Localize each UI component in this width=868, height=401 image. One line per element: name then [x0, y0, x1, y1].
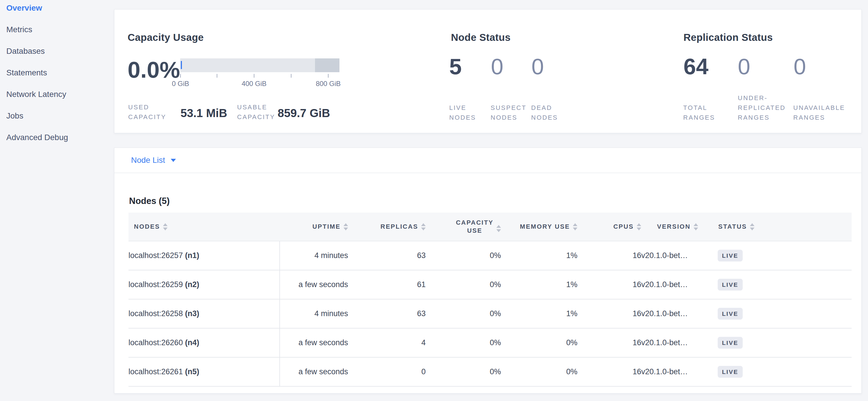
sort-icon [163, 223, 167, 230]
sort-icon [343, 223, 348, 230]
dead-nodes-count: 0 [531, 54, 544, 79]
used-capacity-value: 53.1 MiB [181, 106, 227, 120]
node-address[interactable]: localhost:26261 (n5) [128, 357, 280, 386]
node-uptime: a few seconds [280, 270, 348, 299]
node-version: v20.1.0-bet… [641, 299, 718, 328]
column-header-capacity-use[interactable]: CAPACITYUSE [426, 212, 501, 241]
capacity-bar [180, 58, 339, 72]
node-replicas: 0 [348, 357, 426, 386]
node-cpus: 16 [578, 328, 641, 357]
table-row-node-2[interactable]: localhost:26259 (n2) a few seconds 61 0%… [128, 270, 851, 299]
node-replicas: 63 [348, 241, 426, 270]
axis-label-800gib: 800 GiB [316, 80, 341, 88]
replication-status-title: Replication Status [683, 32, 773, 43]
node-address[interactable]: localhost:26259 (n2) [128, 270, 280, 299]
sort-icon [693, 223, 698, 230]
capacity-axis-ticks [180, 74, 339, 78]
under-replicated-ranges-count: 0 [738, 54, 750, 79]
node-id: (n1) [185, 251, 199, 260]
table-row-node-4[interactable]: localhost:26260 (n4) a few seconds 4 0% … [128, 328, 851, 357]
sort-icon [750, 223, 754, 230]
column-header-status[interactable]: STATUS [718, 212, 851, 241]
column-header-memory-use[interactable]: MEMORY USE [501, 212, 578, 241]
sidebar-item-statements[interactable]: Statements [0, 62, 114, 83]
sidebar-item-metrics[interactable]: Metrics [0, 19, 114, 40]
node-id: (n2) [185, 280, 199, 289]
status-badge: LIVE [718, 279, 743, 290]
node-capacity-use: 0% [426, 299, 501, 328]
column-header-cpus[interactable]: CPUS [578, 212, 641, 241]
unavailable-ranges-count: 0 [794, 54, 806, 79]
node-version: v20.1.0-bet… [641, 328, 718, 357]
status-badge: LIVE [718, 250, 743, 261]
node-memory-use: 1% [501, 299, 578, 328]
node-replicas: 63 [348, 299, 426, 328]
node-address[interactable]: localhost:26258 (n3) [128, 299, 280, 328]
node-status-cell: LIVE [718, 328, 851, 357]
sidebar-item-network-latency[interactable]: Network Latency [0, 83, 114, 105]
capacity-used-percent: 0.0% [128, 58, 180, 82]
node-cpus: 16 [578, 241, 641, 270]
nodes-table-header-row: NODES UPTIME REPLICAS CAPACITYUSE [128, 212, 851, 241]
node-memory-use: 1% [501, 241, 578, 270]
live-nodes-label: LIVE NODES [449, 103, 476, 122]
sort-icon [573, 223, 578, 230]
status-badge: LIVE [718, 366, 743, 378]
node-capacity-use: 0% [426, 270, 501, 299]
node-address[interactable]: localhost:26260 (n4) [128, 328, 280, 357]
unavailable-ranges-label: UNAVAILABLE RANGES [793, 103, 845, 122]
capacity-bar-used-marker [181, 61, 182, 69]
used-capacity-label: USED CAPACITY [128, 103, 166, 122]
node-capacity-use: 0% [426, 241, 501, 270]
node-cpus: 16 [578, 299, 641, 328]
table-row-node-5[interactable]: localhost:26261 (n5) a few seconds 0 0% … [128, 357, 851, 386]
node-status-cell: LIVE [718, 241, 851, 270]
table-row-node-3[interactable]: localhost:26258 (n3) 4 minutes 63 0% 1% … [128, 299, 851, 328]
node-uptime: 4 minutes [280, 299, 348, 328]
node-cpus: 16 [578, 270, 641, 299]
column-header-nodes[interactable]: NODES [128, 212, 280, 241]
sidebar-item-advanced-debug[interactable]: Advanced Debug [0, 126, 114, 148]
cluster-summary-card: Capacity Usage 0.0% 0 GiB 400 GiB 800 Gi… [114, 9, 862, 133]
total-ranges-count: 64 [683, 54, 709, 79]
usable-capacity-value: 859.7 GiB [278, 106, 330, 120]
nodes-count-heading: Nodes (5) [129, 196, 169, 206]
sort-icon [637, 223, 641, 230]
node-status-cell: LIVE [718, 270, 851, 299]
node-id: (n3) [185, 309, 199, 318]
node-version: v20.1.0-bet… [641, 357, 718, 386]
node-list-dropdown-row: Node List [114, 148, 861, 173]
chevron-down-icon [171, 159, 176, 162]
node-version: v20.1.0-bet… [641, 270, 718, 299]
node-list-dropdown[interactable]: Node List [131, 155, 176, 165]
nodes-table: NODES UPTIME REPLICAS CAPACITYUSE [128, 212, 851, 386]
node-address[interactable]: localhost:26257 (n1) [128, 241, 280, 270]
capacity-axis-labels: 0 GiB 400 GiB 800 GiB [180, 80, 339, 88]
sidebar-item-overview[interactable]: Overview [0, 0, 114, 19]
node-capacity-use: 0% [426, 328, 501, 357]
column-header-version[interactable]: VERSION [641, 212, 718, 241]
column-header-uptime[interactable]: UPTIME [280, 212, 348, 241]
sidebar-nav: Overview Metrics Databases Statements Ne… [0, 0, 114, 148]
node-uptime: a few seconds [280, 328, 348, 357]
node-status-title: Node Status [451, 32, 511, 43]
node-memory-use: 0% [501, 328, 578, 357]
sidebar-item-jobs[interactable]: Jobs [0, 105, 114, 126]
node-status-cell: LIVE [718, 299, 851, 328]
node-uptime: 4 minutes [280, 241, 348, 270]
live-nodes-count: 5 [449, 54, 462, 79]
axis-label-400gib: 400 GiB [242, 80, 267, 88]
table-row-node-1[interactable]: localhost:26257 (n1) 4 minutes 63 0% 1% … [128, 241, 851, 270]
sort-icon [421, 223, 426, 230]
total-ranges-label: TOTAL RANGES [683, 103, 715, 122]
sidebar-item-databases[interactable]: Databases [0, 40, 114, 62]
node-version: v20.1.0-bet… [641, 241, 718, 270]
capacity-usage-title: Capacity Usage [128, 32, 204, 43]
suspect-nodes-count: 0 [491, 54, 503, 79]
node-replicas: 4 [348, 328, 426, 357]
node-list-dropdown-label: Node List [131, 155, 165, 165]
axis-label-0gib: 0 GiB [172, 80, 189, 88]
node-list-card: Node List Nodes (5) NODES UPTIME REPLICA… [114, 148, 862, 394]
capacity-bar-reserved-segment [315, 58, 339, 72]
column-header-replicas[interactable]: REPLICAS [348, 212, 426, 241]
